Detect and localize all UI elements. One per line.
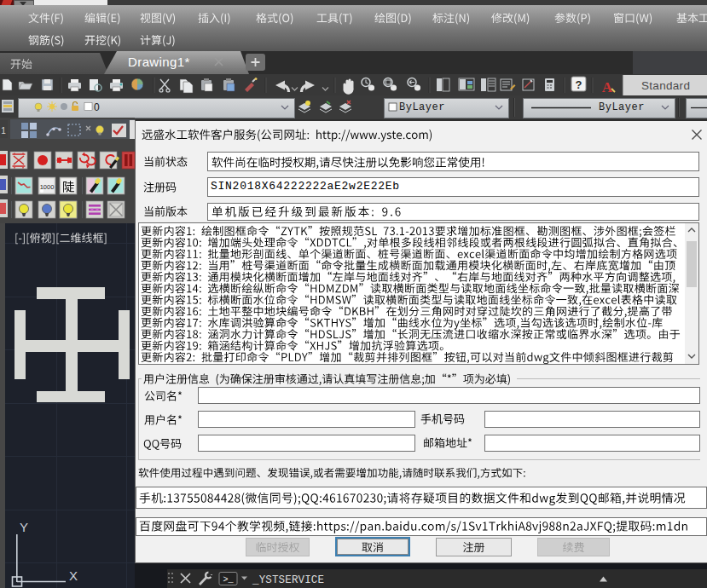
svg-text:Y: Y: [20, 520, 28, 534]
svg-text:A: A: [602, 79, 613, 95]
svg-text:1: 1: [1, 126, 6, 135]
svg-text:>_: >_: [223, 575, 234, 585]
svg-text:_YSTSERVICE: _YSTSERVICE: [252, 574, 324, 586]
svg-text:?: ?: [576, 78, 582, 91]
svg-text:X: X: [69, 568, 78, 583]
svg-text:1000: 1000: [40, 183, 55, 191]
